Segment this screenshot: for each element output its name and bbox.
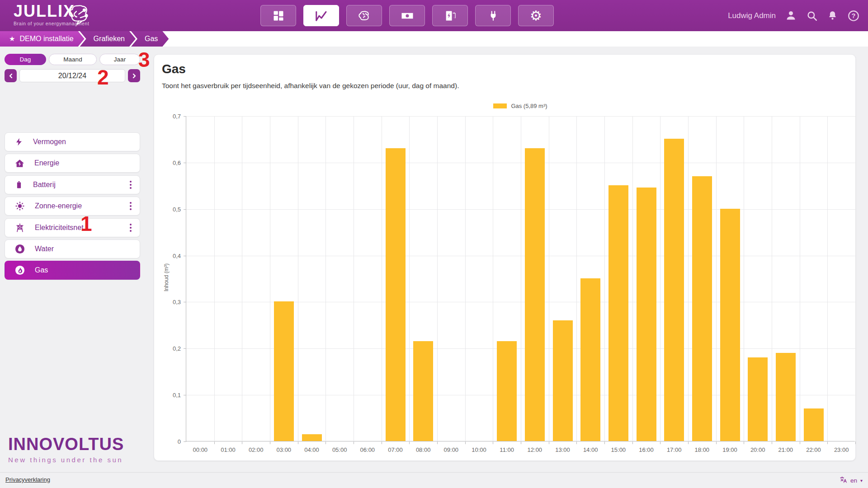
gas-bar-04:00[interactable]: [302, 434, 322, 441]
date-input[interactable]: 20/12/24: [19, 69, 125, 82]
v-gridline: [354, 116, 354, 441]
previous-day-button[interactable]: [5, 69, 17, 82]
x-tick-label: 15:00: [611, 446, 626, 453]
gas-bar-03:00[interactable]: [274, 301, 294, 441]
sidebar-item-batterij[interactable]: Batterij: [5, 175, 140, 194]
y-tick-label: 0,4: [173, 252, 181, 259]
v-gridline: [437, 116, 438, 441]
y-axis-title: Inhoud (m³): [163, 257, 170, 298]
v-gridline: [270, 116, 270, 441]
v-gridline: [493, 116, 493, 441]
innovoltus-logo: INNOVOLTUS New things under the sun: [8, 435, 124, 464]
kebab-menu-icon[interactable]: [128, 222, 133, 234]
v-gridline: [409, 116, 410, 441]
chevron-down-icon: ▾: [860, 478, 863, 483]
gas-bar-07:00[interactable]: [386, 148, 406, 441]
sidebar: Dag Maand Jaar 20/12/24 Vermogen Energie: [0, 47, 149, 472]
v-gridline: [465, 116, 466, 441]
y-tick-mark: [184, 441, 186, 442]
breadcrumb-grafieken[interactable]: Grafieken: [80, 31, 136, 47]
privacy-link[interactable]: Privacyverklaring: [5, 476, 50, 483]
nav-charging-station-button[interactable]: [432, 5, 468, 26]
water-drop-icon: [15, 244, 25, 254]
nav-dashboard-button[interactable]: [260, 5, 296, 26]
x-tick-label: 07:00: [388, 446, 403, 453]
top-header: JULLIX Brain of your energymanagment: [0, 0, 868, 31]
sidebar-item-zonne-energie[interactable]: Zonne-energie: [5, 197, 140, 216]
gas-bar-08:00[interactable]: [413, 341, 433, 441]
gas-bar-19:00[interactable]: [720, 209, 740, 441]
gas-flame-icon: [15, 265, 25, 275]
tab-maand[interactable]: Maand: [49, 54, 97, 65]
sidebar-item-gas[interactable]: Gas: [5, 261, 140, 280]
nav-charts-button[interactable]: [303, 5, 339, 26]
gas-bar-11:00[interactable]: [497, 341, 517, 441]
nav-settings-button[interactable]: ⚙: [518, 5, 554, 26]
v-gridline: [604, 116, 605, 441]
x-tick-mark: [800, 441, 800, 444]
breadcrumb-bar: ★ DEMO installatie Grafieken Gas: [0, 31, 868, 47]
sidebar-item-energie[interactable]: Energie: [5, 154, 140, 173]
kebab-menu-icon[interactable]: [128, 200, 133, 212]
gas-bar-13:00[interactable]: [553, 320, 573, 441]
gas-bar-17:00[interactable]: [664, 139, 684, 441]
y-tick-label: 0,6: [173, 159, 181, 166]
user-profile-icon[interactable]: [785, 9, 797, 22]
gas-bar-22:00[interactable]: [804, 408, 824, 441]
language-selector[interactable]: en ▾: [840, 476, 863, 485]
gas-bar-14:00[interactable]: [580, 278, 600, 441]
y-tick-mark: [184, 209, 186, 210]
translate-icon: [840, 476, 847, 485]
gas-bar-16:00[interactable]: [637, 188, 656, 441]
footer: Privacyverklaring en ▾: [0, 472, 868, 488]
brain-icon: [358, 9, 371, 22]
line-chart-icon: [315, 9, 328, 23]
v-gridline: [800, 116, 800, 441]
breadcrumb-installation[interactable]: ★ DEMO installatie: [0, 31, 85, 47]
svg-text:?: ?: [852, 12, 856, 19]
x-tick-mark: [632, 441, 633, 444]
x-tick-label: 14:00: [583, 446, 598, 453]
v-gridline: [744, 116, 744, 441]
search-icon[interactable]: [806, 10, 818, 22]
x-tick-label: 05:00: [332, 446, 347, 453]
period-tabs: Dag Maand Jaar: [5, 54, 140, 65]
gear-icon: ⚙: [530, 9, 542, 23]
gas-bar-21:00[interactable]: [776, 353, 796, 441]
sidebar-item-water[interactable]: Water: [5, 239, 140, 258]
battery-icon: [15, 180, 23, 190]
breadcrumb: ★ DEMO installatie Grafieken Gas: [0, 31, 868, 47]
gas-bar-12:00[interactable]: [525, 148, 545, 441]
x-tick-label: 16:00: [639, 446, 654, 453]
x-tick-mark: [827, 441, 828, 444]
sidebar-item-elektriciteitsnet[interactable]: Elektriciteitsnet: [5, 218, 140, 237]
tab-jaar[interactable]: Jaar: [99, 54, 140, 65]
plug-icon: [487, 10, 499, 22]
tab-dag[interactable]: Dag: [5, 54, 46, 65]
money-icon: [401, 9, 414, 23]
x-tick-mark: [270, 441, 270, 444]
x-tick-label: 23:00: [834, 446, 849, 453]
dashboard-icon: [272, 9, 285, 22]
x-tick-label: 21:00: [778, 446, 793, 453]
x-tick-label: 12:00: [528, 446, 542, 453]
sidebar-item-vermogen[interactable]: Vermogen: [5, 132, 140, 151]
kebab-menu-icon[interactable]: [128, 179, 133, 191]
gas-bar-18:00[interactable]: [692, 176, 712, 441]
x-tick-label: 08:00: [416, 446, 431, 453]
nav-money-button[interactable]: [389, 5, 425, 26]
gas-bar-20:00[interactable]: [748, 357, 768, 441]
breadcrumb-gas[interactable]: Gas: [131, 31, 169, 47]
help-icon[interactable]: ?: [847, 9, 860, 22]
x-tick-label: 00:00: [193, 446, 208, 453]
nav-plug-button[interactable]: [475, 5, 511, 26]
notifications-bell-icon[interactable]: [827, 10, 838, 21]
x-tick-mark: [242, 441, 242, 444]
nav-brain-button[interactable]: [346, 5, 382, 26]
main-nav: ⚙: [260, 5, 554, 26]
gas-bar-15:00[interactable]: [609, 185, 628, 441]
date-navigation: 20/12/24: [5, 69, 140, 82]
chart-legend[interactable]: Gas (5,89 m³): [186, 103, 855, 109]
sidebar-item-label: Gas: [35, 266, 48, 274]
brain-logo-icon: [67, 3, 92, 28]
